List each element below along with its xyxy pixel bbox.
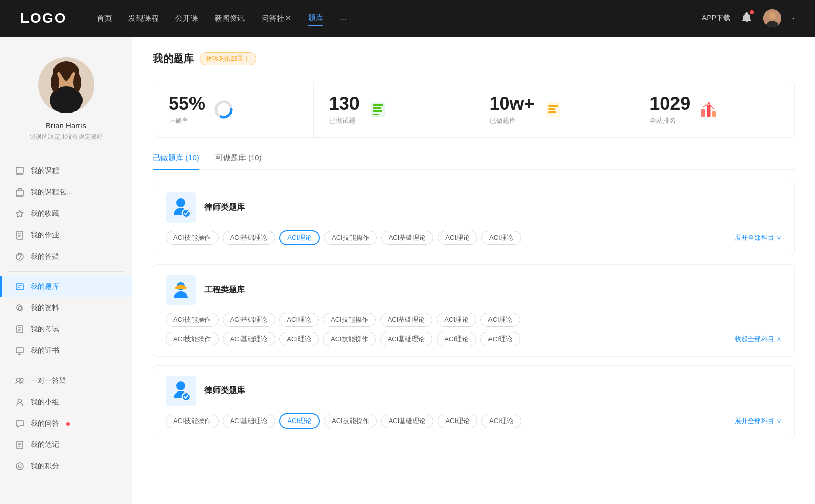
qbank-item-0: 律师类题库 ACI技能操作 ACI基础理论 ACI理论 ACI技能操作 ACI基… — [153, 182, 795, 256]
stat-label-rank: 全站排名 — [649, 116, 690, 125]
svg-rect-51 — [548, 108, 555, 110]
stat-icon-rate — [213, 99, 234, 120]
collapse-link-1[interactable]: 收起全部科目 ∧ — [735, 334, 782, 344]
tag-0-1[interactable]: ACI基础理论 — [223, 231, 276, 245]
svg-point-62 — [176, 381, 185, 390]
sidebar: Brian Harris 错误的决定比没有决定要好 我的课程 我的课程包... — [0, 37, 132, 504]
tag-0-6[interactable]: ACI理论 — [481, 231, 521, 245]
tag-2-4[interactable]: ACI基础理论 — [381, 414, 434, 428]
sidebar-item-exam[interactable]: 我的考试 — [0, 319, 132, 340]
sidebar-label-exam: 我的考试 — [31, 325, 59, 334]
sidebar-label-cert: 我的证书 — [31, 346, 59, 355]
tag-0-0[interactable]: ACI技能操作 — [166, 231, 219, 245]
tab-available-banks[interactable]: 可做题库 (10) — [215, 153, 262, 169]
tag-0-5[interactable]: ACI理论 — [438, 231, 477, 245]
nav-open-course[interactable]: 公开课 — [175, 12, 198, 25]
tag-2-3[interactable]: ACI技能操作 — [324, 414, 377, 428]
qbank-title-0: 律师类题库 — [204, 202, 245, 213]
trial-badge: 体验剩余23天！ — [200, 52, 256, 65]
tag-1-6[interactable]: ACI理论 — [480, 313, 520, 327]
sidebar-item-one-on-one[interactable]: 一对一答疑 — [0, 370, 132, 391]
sidebar-item-favorite[interactable]: 我的收藏 — [0, 203, 132, 225]
nav-home[interactable]: 首页 — [97, 12, 112, 25]
qbank-icon-lawyer-2 — [166, 376, 196, 406]
sidebar-item-material[interactable]: 我的资料 — [0, 297, 132, 319]
stat-icon-rank — [698, 99, 719, 120]
tag-1-2[interactable]: ACI理论 — [279, 313, 319, 327]
myqa-notification-dot — [66, 422, 70, 426]
tag-2-2[interactable]: ACI理论 — [279, 413, 320, 429]
tags-extra-row-1: ACI技能操作 ACI基础理论 ACI理论 ACI技能操作 ACI基础理论 AC… — [166, 332, 782, 346]
tag-1-0[interactable]: ACI技能操作 — [166, 313, 219, 327]
svg-rect-55 — [712, 111, 716, 117]
user-menu-chevron[interactable]: ▾ — [792, 15, 795, 22]
tag-2-6[interactable]: ACI理论 — [481, 414, 521, 428]
svg-rect-53 — [701, 109, 705, 117]
sidebar-label-course: 我的课程 — [31, 166, 59, 176]
tag-1-e2[interactable]: ACI理论 — [279, 332, 319, 346]
nav-discover[interactable]: 发现课程 — [128, 12, 159, 25]
stats-row: 55% 正确率 130 已做试题 — [153, 81, 795, 138]
tag-1-e0[interactable]: ACI技能操作 — [166, 332, 219, 346]
sidebar-item-cert[interactable]: 我的证书 — [0, 340, 132, 361]
sidebar-item-homework[interactable]: 我的作业 — [0, 225, 132, 246]
sidebar-item-qa-mine[interactable]: 我的答疑 — [0, 246, 132, 267]
tab-done-banks[interactable]: 已做题库 (10) — [153, 153, 199, 169]
tag-1-5[interactable]: ACI理论 — [437, 313, 476, 327]
tag-2-1[interactable]: ACI基础理论 — [223, 414, 276, 428]
sidebar-item-package[interactable]: 我的课程包... — [0, 182, 132, 203]
tag-1-e6[interactable]: ACI理论 — [480, 332, 520, 346]
svg-point-40 — [18, 465, 21, 468]
points-icon — [15, 462, 24, 471]
sidebar-item-course[interactable]: 我的课程 — [0, 160, 132, 182]
tags-row-1: ACI技能操作 ACI基础理论 ACI理论 ACI技能操作 ACI基础理论 AC… — [166, 313, 782, 327]
sidebar-divider-low — [8, 366, 124, 366]
nav-qa[interactable]: 问答社区 — [261, 12, 292, 25]
qbank-header-2: 律师类题库 — [166, 376, 782, 406]
svg-rect-10 — [16, 167, 23, 173]
svg-rect-12 — [16, 190, 23, 196]
tag-1-4[interactable]: ACI基础理论 — [380, 313, 433, 327]
tag-1-1[interactable]: ACI基础理论 — [223, 313, 276, 327]
stat-info-rate: 55% 正确率 — [169, 94, 205, 125]
tag-1-e4[interactable]: ACI基础理论 — [380, 332, 433, 346]
qbank-icon-lawyer-0 — [166, 192, 196, 223]
tag-1-e5[interactable]: ACI理论 — [437, 332, 476, 346]
sidebar-item-myqa[interactable]: 我的问答 — [0, 413, 132, 434]
tag-0-2[interactable]: ACI理论 — [279, 230, 320, 245]
svg-rect-45 — [373, 104, 383, 106]
tag-2-0[interactable]: ACI技能操作 — [166, 414, 219, 428]
sidebar-item-points[interactable]: 我的积分 — [0, 456, 132, 477]
user-avatar-nav[interactable] — [763, 9, 781, 27]
expand-link-0[interactable]: 展开全部科目 ∨ — [735, 233, 782, 242]
sidebar-item-group[interactable]: 我的小组 — [0, 391, 132, 413]
sidebar-item-qbank[interactable]: 我的题库 — [0, 276, 132, 297]
navbar-right: APP下载 ▾ — [702, 9, 795, 27]
stat-label-done: 已做试题 — [329, 116, 360, 125]
qbank-header-0: 律师类题库 — [166, 192, 782, 223]
stat-value-banks: 10w+ — [490, 94, 535, 114]
tag-0-4[interactable]: ACI基础理论 — [381, 231, 434, 245]
tabs-row: 已做题库 (10) 可做题库 (10) — [153, 153, 795, 170]
tag-1-e3[interactable]: ACI技能操作 — [323, 332, 376, 346]
tag-1-3[interactable]: ACI技能操作 — [323, 313, 376, 327]
qbank-icon-engineer-1 — [166, 275, 196, 305]
tags-row-0: ACI技能操作 ACI基础理论 ACI理论 ACI技能操作 ACI基础理论 AC… — [166, 230, 782, 245]
stat-done-banks: 10w+ 已做题库 — [474, 81, 635, 137]
tag-2-5[interactable]: ACI理论 — [438, 414, 477, 428]
stat-correct-rate: 55% 正确率 — [153, 81, 314, 137]
nav-more[interactable]: ··· — [340, 12, 346, 25]
qbank-title-2: 律师类题库 — [204, 385, 245, 396]
expand-link-2[interactable]: 展开全部科目 ∨ — [735, 416, 782, 426]
tag-0-3[interactable]: ACI技能操作 — [324, 231, 377, 245]
tag-1-e1[interactable]: ACI基础理论 — [223, 332, 276, 346]
logo: LOGO — [20, 10, 66, 26]
qbank-item-2: 律师类题库 ACI技能操作 ACI基础理论 ACI理论 ACI技能操作 ACI基… — [153, 365, 795, 439]
sidebar-item-notes[interactable]: 我的笔记 — [0, 434, 132, 456]
notification-button[interactable] — [741, 11, 753, 25]
nav-news[interactable]: 新闻资讯 — [214, 12, 245, 25]
app-download-button[interactable]: APP下载 — [702, 14, 730, 23]
qbank-header-1: 工程类题库 — [166, 275, 782, 305]
nav-qbank[interactable]: 题库 — [308, 11, 323, 26]
stat-info-done: 130 已做试题 — [329, 94, 360, 125]
